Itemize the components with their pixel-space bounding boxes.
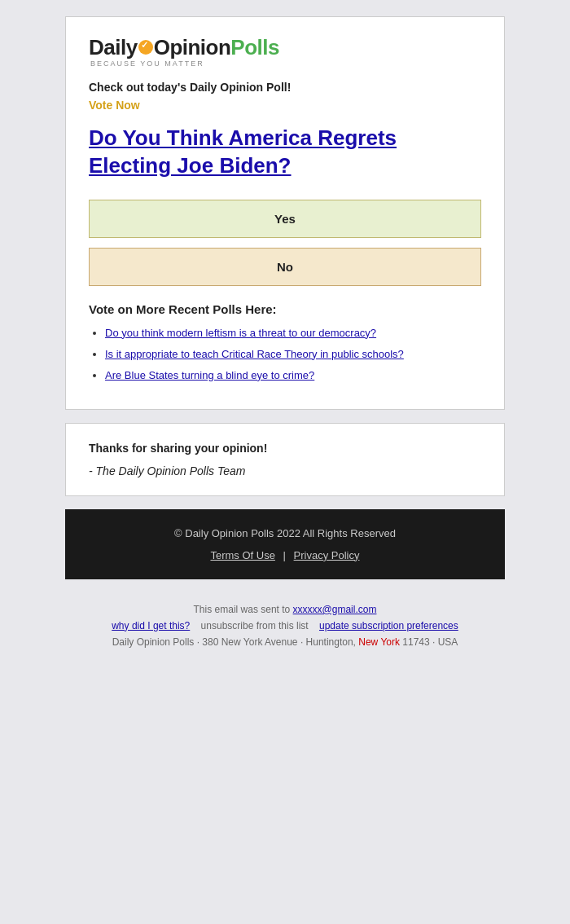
logo: DailyOpinionPolls (89, 37, 481, 58)
list-item: Are Blue States turning a blind eye to c… (105, 368, 481, 381)
footer-separator: | (283, 549, 286, 561)
poll-list: Do you think modern leftism is a threat … (89, 326, 481, 381)
list-item: Do you think modern leftism is a threat … (105, 326, 481, 339)
more-polls-heading: Vote on More Recent Polls Here: (89, 302, 481, 316)
address-text: Daily Opinion Polls · 380 New York Avenu… (112, 636, 458, 648)
poll-link-3[interactable]: Are Blue States turning a blind eye to c… (105, 369, 314, 381)
bottom-email-text: This email was sent to xxxxxx@gmail.com (65, 604, 505, 615)
thanks-heading: Thanks for sharing your opinion! (89, 442, 481, 455)
footer-copyright: © Daily Opinion Polls 2022 All Rights Re… (81, 527, 489, 539)
vote-now-label: Vote Now (89, 99, 481, 112)
sent-to-text: This email was sent to (194, 604, 291, 615)
logo-area: DailyOpinionPolls Because You Matter (89, 37, 481, 68)
intro-text: Check out today's Daily Opinion Poll! (89, 81, 481, 94)
poll-link-1[interactable]: Do you think modern leftism is a threat … (105, 327, 376, 339)
yes-button[interactable]: Yes (89, 200, 481, 238)
privacy-link[interactable]: Privacy Policy (294, 549, 360, 561)
logo-opinion: Opinion (154, 35, 231, 59)
list-item: Is it appropriate to teach Critical Race… (105, 347, 481, 360)
unsubscribe-text: unsubscribe from this list (201, 620, 309, 631)
logo-polls: Polls (230, 35, 279, 59)
thanks-card: Thanks for sharing your opinion! - The D… (65, 423, 505, 496)
logo-icon (138, 40, 153, 55)
thanks-team: - The Daily Opinion Polls Team (89, 464, 481, 477)
bottom-email[interactable]: xxxxxx@gmail.com (293, 604, 377, 615)
logo-daily: Daily (89, 35, 138, 59)
poll-link-2[interactable]: Is it appropriate to teach Critical Race… (105, 348, 404, 360)
main-card: DailyOpinionPolls Because You Matter Che… (65, 16, 505, 410)
update-prefs-link[interactable]: update subscription preferences (319, 620, 458, 631)
bottom-section: This email was sent to xxxxxx@gmail.com … (65, 579, 505, 664)
terms-link[interactable]: Terms Of Use (210, 549, 274, 561)
bottom-address: Daily Opinion Polls · 380 New York Avenu… (65, 636, 505, 648)
logo-tagline: Because You Matter (90, 59, 481, 68)
footer-links: Terms Of Use | Privacy Policy (81, 549, 489, 561)
poll-question: Do You Think America Regrets Electing Jo… (89, 125, 481, 180)
why-link[interactable]: why did I get this? (112, 620, 190, 631)
footer-section: © Daily Opinion Polls 2022 All Rights Re… (65, 509, 505, 579)
bottom-links: why did I get this? unsubscribe from thi… (65, 620, 505, 631)
no-button[interactable]: No (89, 248, 481, 286)
